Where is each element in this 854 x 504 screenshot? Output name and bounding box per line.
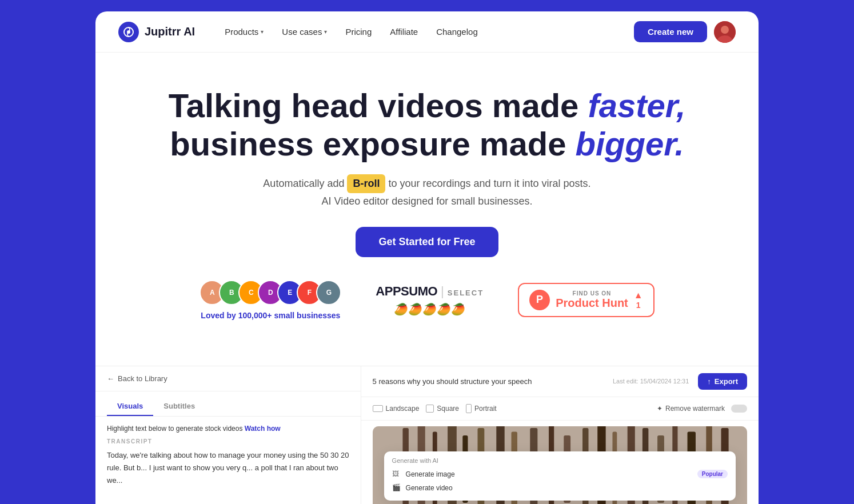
transcript-text: Today, we're talking about how to manage… [107,449,349,487]
ai-card-title: Generate with AI [392,457,728,464]
preview-topbar: ← Back to Library [95,366,361,391]
remove-watermark-option[interactable]: ✦ Remove watermark [657,404,747,413]
popular-badge: Popular [697,470,728,478]
hero-section: Talking head videos made faster, busines… [95,53,759,366]
transcript-label: TRANSCRIPT [107,438,349,445]
watch-how-link[interactable]: Watch how [245,425,281,433]
landscape-icon [373,405,383,412]
producthunt-rank: ▲ 1 [634,290,643,310]
preview-right-panel: 5 reasons why you should structure your … [361,366,759,504]
preview-tabs: Visuals Subtitles [95,391,361,417]
user-avatar: G [316,280,341,305]
main-card: Jupitrr AI Products ▾ Use cases ▾ Pricin… [95,11,759,504]
export-icon: ↑ [707,377,711,386]
export-button[interactable]: ↑ Export [698,373,747,390]
producthunt-badge[interactable]: P FIND US ON Product Hunt ▲ 1 [518,283,655,317]
toggle-icon [731,405,747,413]
social-proof: A B C D E F G Loved by 100,000+ small bu… [118,280,736,320]
get-started-button[interactable]: Get Started for Free [356,227,498,257]
nav-use-cases[interactable]: Use cases ▾ [274,22,335,41]
avatar[interactable] [714,21,736,43]
nav-actions: Create new [634,21,736,43]
portrait-icon [466,404,472,413]
ai-generate-image-option[interactable]: 🖼 Generate image Popular [392,467,728,481]
nav-items: Products ▾ Use cases ▾ Pricing Affiliate… [217,22,629,41]
appsumo-stars: 🥭🥭🥭🥭🥭 [394,302,465,316]
nav-affiliate[interactable]: Affiliate [382,22,426,41]
back-arrow-icon: ← [107,374,114,383]
preview-right-topbar: 5 reasons why you should structure your … [361,366,759,397]
nav-pricing[interactable]: Pricing [337,22,380,41]
preview-content: Highlight text below to generate stock v… [95,417,361,495]
avatars-row: A B C D E F G [199,280,341,305]
nav-changelog[interactable]: Changelog [428,22,486,41]
avatars-group: A B C D E F G Loved by 100,000+ small bu… [199,280,341,320]
image-icon: 🖼 [392,470,401,479]
video-icon: 🎬 [392,483,401,493]
ai-generate-video-option[interactable]: 🎬 Generate video [392,481,728,495]
tab-visuals[interactable]: Visuals [107,397,153,416]
producthunt-text: FIND US ON Product Hunt [556,290,628,309]
nav-products[interactable]: Products ▾ [217,22,272,41]
video-title: 5 reasons why you should structure your … [373,377,604,386]
sun-icon: ✦ [657,405,663,413]
appsumo-badge: APPSUMO | SELECT 🥭🥭🥭🥭🥭 [376,284,484,316]
format-landscape[interactable]: Landscape [373,404,420,413]
svg-point-3 [721,26,729,34]
logo[interactable]: Jupitrr AI [118,22,195,42]
tab-subtitles[interactable]: Subtitles [153,397,205,416]
ai-overlay: Generate with AI 🖼 Generate image Popula… [373,451,747,501]
logo-text: Jupitrr AI [145,25,195,38]
producthunt-icon: P [529,290,550,310]
create-new-button[interactable]: Create new [634,21,707,42]
logo-icon [118,22,139,42]
loved-text: Loved by 100,000+ small businesses [201,311,340,320]
preview-left-panel: ← Back to Library Visuals Subtitles High… [95,366,361,504]
format-square[interactable]: Square [426,404,459,413]
hero-subtitle: Automatically add B-roll to your recordi… [118,174,736,210]
video-thumbnail: Generate with AI 🖼 Generate image Popula… [373,426,747,504]
app-preview: ← Back to Library Visuals Subtitles High… [95,366,759,504]
square-icon [426,405,434,413]
highlight-label: Highlight text below to generate stock v… [107,425,349,433]
navbar: Jupitrr AI Products ▾ Use cases ▾ Pricin… [95,11,759,53]
chevron-down-icon: ▾ [261,29,264,35]
last-edit-time: Last edit: 15/04/2024 12:31 [613,378,689,385]
format-options: Landscape Square Portrait ✦ Remove water… [361,397,759,421]
ai-card: Generate with AI 🖼 Generate image Popula… [384,451,736,501]
chevron-down-icon: ▾ [324,29,327,35]
format-portrait[interactable]: Portrait [466,404,497,413]
back-to-library-button[interactable]: ← Back to Library [107,374,167,383]
broll-badge: B-roll [347,174,385,193]
hero-title: Talking head videos made faster, busines… [118,87,736,163]
